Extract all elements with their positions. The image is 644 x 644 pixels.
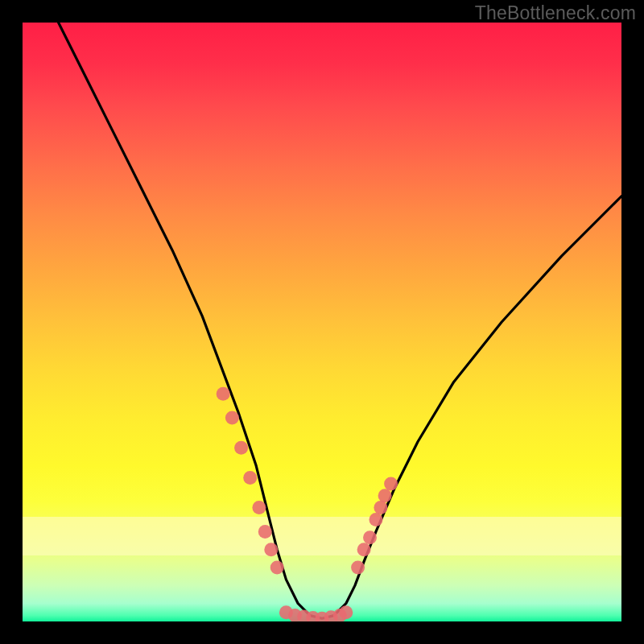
svg-point-6 — [264, 543, 278, 556]
svg-point-3 — [243, 471, 257, 485]
svg-point-8 — [351, 561, 365, 575]
svg-point-5 — [258, 525, 272, 539]
curve-layer — [23, 23, 621, 621]
svg-point-11 — [369, 513, 383, 526]
svg-point-9 — [357, 543, 371, 556]
svg-point-0 — [217, 387, 230, 401]
svg-point-12 — [374, 501, 387, 514]
chart-frame: TheBottleneck.com — [0, 0, 644, 644]
svg-point-13 — [378, 489, 392, 502]
svg-point-2 — [234, 441, 248, 455]
plot-area — [23, 23, 621, 621]
svg-point-1 — [225, 411, 239, 425]
watermark-text: TheBottleneck.com — [475, 2, 636, 24]
svg-point-7 — [270, 561, 284, 575]
svg-point-10 — [363, 530, 377, 544]
bottleneck-curve — [59, 23, 621, 618]
data-markers — [217, 387, 398, 621]
svg-point-4 — [252, 501, 266, 514]
svg-point-22 — [339, 605, 353, 619]
svg-point-14 — [384, 477, 398, 490]
